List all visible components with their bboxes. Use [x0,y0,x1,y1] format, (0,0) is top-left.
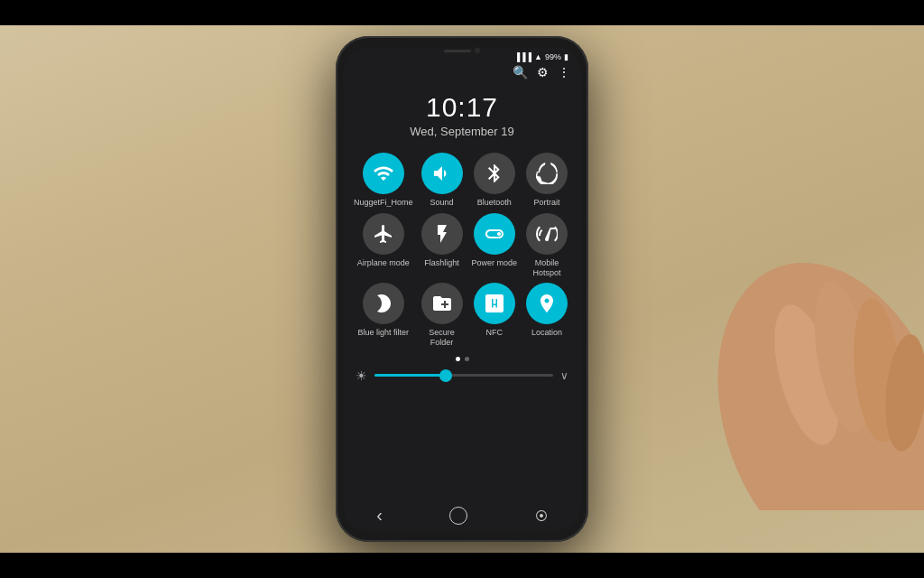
tile-icon-location [526,283,568,324]
tile-label-securefolder: Secure Folder [419,328,466,348]
tile-label-sound: Sound [430,198,454,208]
tile-label-portrait: Portrait [533,198,559,208]
phone-device: ▐▐▐ ▲ 99% ▮ 🔍 ⚙ ⋮ 10:17 Wed, September 1… [336,36,588,542]
tile-icon-airplane [363,213,404,255]
tile-nfc[interactable]: NFC [471,283,518,348]
tile-bluetooth[interactable]: Bluetooth [471,153,518,208]
tile-label-flashlight: Flashlight [424,258,459,268]
home-button[interactable] [449,507,467,525]
tile-icon-bluelight [363,283,404,324]
tile-label-nfc: NFC [486,328,504,338]
wifi-status-icon: ▲ [534,52,542,61]
settings-icon[interactable]: ⚙ [537,65,549,79]
brightness-slider-bar[interactable]: ☀ ∨ [343,365,581,387]
navigation-bar: ‹ ⦿ [343,498,581,531]
tile-hotspot[interactable]: Mobile Hotspot [523,213,570,278]
back-button[interactable]: ‹ [376,505,383,526]
notch [426,47,498,54]
tile-airplane[interactable]: Airplane mode [354,213,413,278]
tile-icon-wifi [363,153,404,194]
brightness-expand-icon[interactable]: ∨ [560,369,568,382]
brightness-low-icon: ☀ [356,368,367,383]
phone-screen: ▐▐▐ ▲ 99% ▮ 🔍 ⚙ ⋮ 10:17 Wed, September 1… [343,47,581,531]
signal-icon: ▐▐▐ [514,52,531,61]
more-options-icon[interactable]: ⋮ [558,65,570,79]
time-section: 10:17 Wed, September 19 [343,85,581,153]
battery-icon: ▮ [564,52,568,61]
tile-icon-bluetooth [474,153,515,194]
brightness-track[interactable] [374,374,553,377]
tile-icon-hotspot [526,213,568,255]
speaker-grill [444,50,471,52]
tile-label-nuggetfi: NuggetFi_Home [354,198,413,208]
tile-icon-nfc [474,283,515,324]
search-icon[interactable]: 🔍 [513,65,528,79]
tile-label-location: Location [531,328,562,338]
tile-label-airplane: Airplane mode [357,258,410,268]
tile-icon-flashlight [421,213,463,255]
brightness-thumb[interactable] [439,369,452,382]
battery-indicator: 99% [545,52,561,61]
tile-label-bluetooth: Bluetooth [477,198,512,208]
letterbox-top [0,0,924,25]
tile-sound[interactable]: Sound [419,153,466,208]
tile-label-hotspot: Mobile Hotspot [523,258,570,278]
tile-icon-sound [421,153,463,194]
recents-button[interactable]: ⦿ [535,508,548,523]
tile-icon-securefolder [421,283,463,324]
tile-icon-powermode [474,213,515,255]
quick-tiles-grid: NuggetFi_Home Sound Bluetooth Portrait [343,153,581,348]
tile-securefolder[interactable]: Secure Folder [419,283,466,348]
time-display: 10:17 [343,92,581,123]
tile-portrait[interactable]: Portrait [523,153,570,208]
letterbox-bottom [0,553,924,578]
hand-illustration [653,194,924,510]
status-icons: ▐▐▐ ▲ 99% ▮ [514,52,568,61]
tile-label-bluelight: Blue light filter [358,328,410,338]
tile-powermode[interactable]: Power mode [471,213,518,278]
tile-location[interactable]: Location [523,283,570,348]
front-camera [475,48,480,53]
tile-nuggetfi[interactable]: NuggetFi_Home [354,153,413,208]
tile-flashlight[interactable]: Flashlight [419,213,466,278]
pagination-dot-1 [456,357,460,361]
pagination-dot-2 [465,357,469,361]
date-display: Wed, September 19 [343,125,581,138]
tile-bluelight[interactable]: Blue light filter [354,283,413,348]
pagination-dots [343,357,581,361]
top-actions-bar: 🔍 ⚙ ⋮ [343,63,581,85]
tile-icon-portrait [526,153,568,194]
brightness-fill [374,374,446,377]
tile-label-powermode: Power mode [472,258,518,268]
